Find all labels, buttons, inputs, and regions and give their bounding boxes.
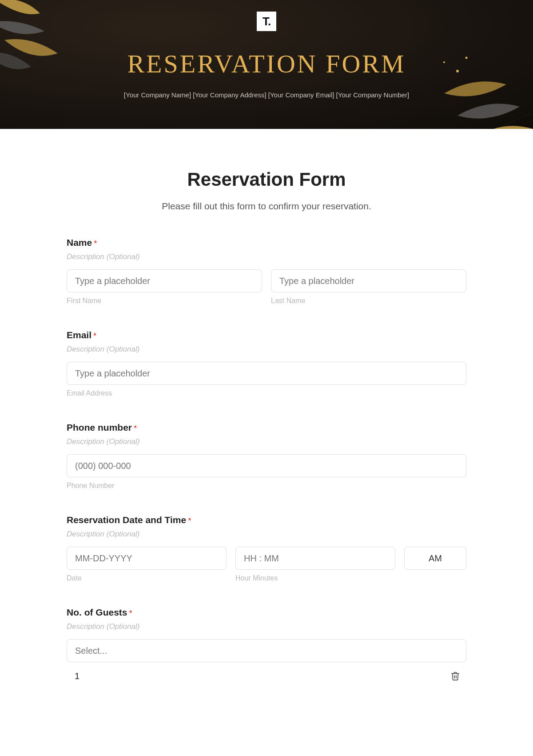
field-guests: No. of Guests * Description (Optional) 1 [67,607,466,683]
logo: T. [257,12,276,31]
required-mark: * [94,240,97,247]
field-email: Email * Description (Optional) Email Add… [67,330,466,397]
datetime-description[interactable]: Description (Optional) [67,530,466,539]
svg-point-0 [456,70,459,72]
required-mark: * [93,332,96,340]
svg-point-2 [465,57,468,59]
field-datetime: Reservation Date and Time * Description … [67,515,466,582]
ampm-toggle[interactable]: AM [404,547,466,570]
email-input[interactable] [67,362,466,385]
email-sublabel: Email Address [67,389,466,397]
email-description[interactable]: Description (Optional) [67,345,466,354]
required-mark: * [129,609,132,617]
datetime-label: Reservation Date and Time [67,515,186,525]
field-phone: Phone number * Description (Optional) Ph… [67,422,466,490]
hero-title: Reservation Form [127,49,406,79]
date-input[interactable] [67,547,227,570]
required-mark: * [134,424,136,432]
name-description[interactable]: Description (Optional) [67,252,466,261]
required-mark: * [188,517,191,524]
time-sublabel: Hour Minutes [235,574,395,582]
guests-label: No. of Guests [67,607,127,617]
name-label: Name [67,237,92,248]
phone-input[interactable] [67,454,466,477]
leaf-decoration-top-left [0,0,84,80]
hero-subtitle: [Your Company Name] [Your Company Addres… [124,91,409,99]
last-name-input[interactable] [271,269,466,292]
guests-select[interactable] [67,639,466,662]
delete-option-button[interactable] [449,669,462,683]
guests-description[interactable]: Description (Optional) [67,622,466,631]
phone-description[interactable]: Description (Optional) [67,437,466,446]
form-title: Reservation Form [67,169,466,190]
time-input[interactable] [235,547,395,570]
guests-option-1[interactable]: 1 [75,671,80,681]
phone-sublabel: Phone Number [67,482,466,490]
leaf-decoration-bottom-right [431,49,533,129]
phone-label: Phone number [67,422,132,432]
hero-banner: T. Reservation Form [Your Company Name] … [0,0,533,129]
first-name-input[interactable] [67,269,262,292]
email-label: Email [67,330,91,340]
logo-text: T. [263,15,270,28]
date-sublabel: Date [67,574,227,582]
first-name-sublabel: First Name [67,297,262,305]
field-name: Name * Description (Optional) First Name… [67,237,466,305]
last-name-sublabel: Last Name [271,297,466,305]
form-container: Reservation Form Please fill out this fo… [58,129,475,700]
form-subtitle: Please fill out this form to confirm you… [67,201,466,212]
guests-option-row: 1 [67,669,466,683]
svg-point-1 [443,61,445,63]
trash-icon [450,671,460,681]
